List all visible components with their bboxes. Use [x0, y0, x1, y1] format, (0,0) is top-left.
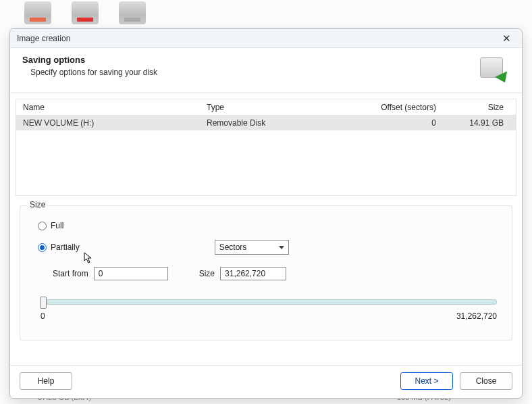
close-icon[interactable]: ✕ [498, 32, 515, 45]
cell-name: NEW VOLUME (H:) [16, 118, 200, 128]
radio-full[interactable] [38, 222, 47, 230]
dialog-footer: Help Next > Close [10, 365, 522, 398]
disk-icon [119, 1, 146, 24]
slider-track[interactable] [41, 299, 497, 305]
cell-offset: 0 [335, 118, 443, 128]
size-slider: 0 31,262,720 [41, 299, 497, 321]
chevron-down-icon [279, 246, 284, 249]
size-input[interactable]: 31,262,720 [220, 267, 286, 280]
col-header-offset[interactable]: Offset (sectors) [335, 103, 443, 112]
slider-thumb[interactable] [40, 297, 47, 309]
radio-partially-label: Partially [51, 243, 80, 252]
start-from-label: Start from [53, 269, 88, 278]
page-heading: Saving options [22, 55, 157, 65]
slider-min-label: 0 [41, 311, 45, 321]
radio-partially-row[interactable]: Partially Sectors [38, 240, 500, 255]
page-subheading: Specify options for saving your disk [22, 68, 157, 77]
unit-select[interactable]: Sectors [215, 240, 289, 255]
dialog-body: Name Type Offset (sectors) Size NEW VOLU… [10, 93, 522, 365]
slider-max-label: 31,262,720 [456, 311, 497, 321]
table-row[interactable]: NEW VOLUME (H:) Removable Disk 0 14.91 G… [16, 116, 516, 130]
cell-type: Removable Disk [200, 118, 335, 128]
size-legend: Size [27, 200, 48, 209]
col-header-size[interactable]: Size [443, 103, 516, 112]
radio-partially[interactable] [38, 243, 47, 252]
unit-select-value: Sectors [219, 243, 247, 252]
radio-full-label: Full [51, 221, 63, 230]
table-header: Name Type Offset (sectors) Size [16, 99, 516, 116]
size-field-label: Size [199, 269, 215, 278]
start-from-input[interactable]: 0 [94, 267, 168, 280]
col-header-type[interactable]: Type [200, 103, 335, 112]
help-button[interactable]: Help [20, 372, 72, 390]
col-header-name[interactable]: Name [16, 103, 200, 112]
save-disk-icon [479, 55, 510, 83]
dialog-header: Saving options Specify options for savin… [10, 48, 522, 93]
size-groupbox: Size Full Partially Sectors Start from 0 [20, 205, 512, 340]
cell-size: 14.91 GB [443, 118, 516, 128]
dialog-title: Image creation [17, 34, 70, 43]
next-button[interactable]: Next > [400, 372, 453, 390]
image-creation-dialog: Image creation ✕ Saving options Specify … [9, 28, 523, 399]
disk-icon [72, 1, 99, 24]
disk-table: Name Type Offset (sectors) Size NEW VOLU… [16, 99, 516, 196]
radio-full-row[interactable]: Full [38, 221, 500, 230]
cursor-icon [84, 252, 93, 264]
range-fields: Start from 0 Size 31,262,720 [53, 267, 500, 280]
table-empty-area [16, 130, 516, 195]
titlebar: Image creation ✕ [10, 29, 522, 48]
disk-icon [24, 1, 51, 24]
close-button[interactable]: Close [460, 372, 512, 390]
toolbar-disks [24, 0, 146, 24]
